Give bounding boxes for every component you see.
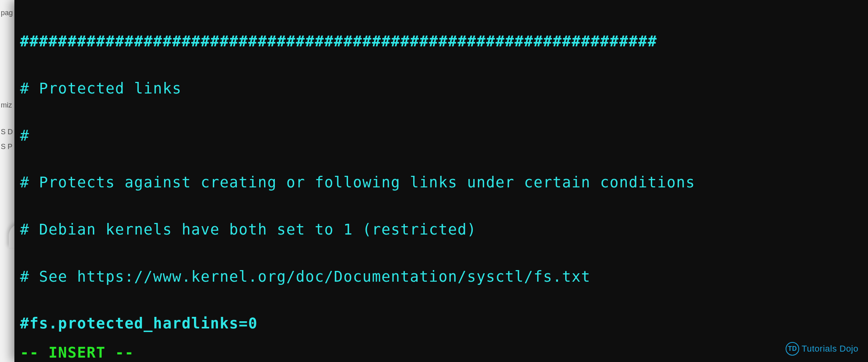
background-window-sliver: pag miz S D S P: [0, 0, 14, 362]
code-line: # Protects against creating or following…: [20, 175, 868, 190]
code-line: ########################################…: [20, 34, 868, 49]
code-line: # Protected links: [20, 81, 868, 96]
code-line: #: [20, 128, 868, 143]
code-line: # See https://www.kernel.org/doc/Documen…: [20, 269, 868, 284]
td-logo-icon: TD: [786, 342, 799, 356]
tutorials-dojo-watermark: TD Tutorials Dojo: [786, 342, 858, 356]
bg-fragment: S P: [0, 143, 14, 151]
bg-fragment: pag: [0, 9, 14, 17]
code-line: #fs.protected_hardlinks=0: [20, 316, 868, 331]
bg-fragment: S D: [0, 128, 14, 136]
code-line: # Debian kernels have both set to 1 (res…: [20, 222, 868, 237]
bg-fragment: miz: [0, 101, 14, 109]
window-corner-shadow: [9, 224, 14, 248]
terminal-editor[interactable]: ########################################…: [14, 0, 868, 362]
vim-mode-text: INSERT: [48, 344, 106, 361]
watermark-text: Tutorials Dojo: [802, 344, 858, 353]
vim-mode-status: -- INSERT --: [20, 345, 134, 360]
